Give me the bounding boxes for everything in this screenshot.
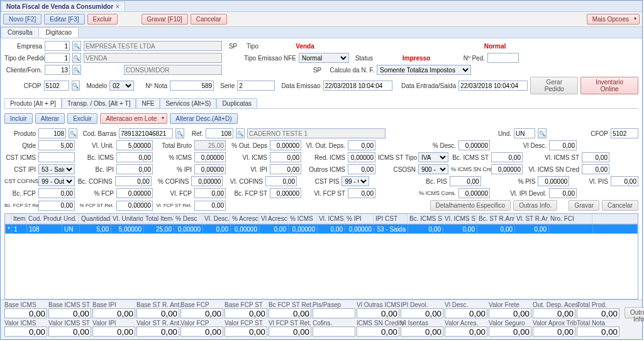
footer-value[interactable]	[313, 327, 355, 337]
tab-transp[interactable]: Transp. / Obs. [Alt + T]	[62, 98, 136, 108]
footer-value[interactable]	[533, 327, 575, 337]
item-cfop-input[interactable]	[611, 128, 638, 138]
bc-cofins-input[interactable]	[115, 176, 152, 186]
grid-header[interactable]: Vl. ST R.Ant.	[514, 214, 548, 223]
table-row[interactable]: *1108UN5,005,0000025,000,000000,000,0000…	[5, 224, 638, 234]
vl-icms-sn-cred-input[interactable]	[582, 164, 609, 174]
pct-ipi-input[interactable]	[194, 164, 226, 174]
und-search-icon[interactable]: 🔍	[538, 128, 547, 138]
calc-select[interactable]: Somente Totaliza Impostos	[377, 65, 471, 75]
footer-value[interactable]	[92, 308, 135, 318]
modelo-select[interactable]: 02	[109, 81, 134, 91]
tipo-emissao-select[interactable]: Normal	[299, 53, 349, 63]
pct-icms-cons-input[interactable]	[458, 188, 490, 198]
close-icon[interactable]: ×	[116, 3, 119, 10]
grid-header[interactable]: Quantidade	[79, 214, 111, 223]
no-nota-input[interactable]	[170, 81, 214, 91]
produto-search-icon[interactable]: 🔍	[69, 128, 77, 138]
ref-search-icon[interactable]: 🔍	[236, 128, 245, 138]
vl-pis-input[interactable]	[611, 176, 638, 186]
footer-value[interactable]	[225, 327, 267, 337]
footer-value[interactable]	[136, 327, 179, 337]
item-excluir-button[interactable]: Excluir	[67, 113, 97, 124]
vl-icms-input[interactable]	[270, 152, 301, 162]
bc-icms-input[interactable]	[116, 152, 153, 162]
pct-icms-sn-cred-input[interactable]	[491, 164, 523, 174]
grid-header[interactable]: Und.	[62, 214, 79, 223]
outras-info-button[interactable]: Outras Info.	[513, 200, 557, 211]
footer-value[interactable]	[445, 327, 487, 337]
data-es-input[interactable]	[458, 81, 528, 91]
grid-header[interactable]: % IPI	[345, 214, 374, 223]
grid-header[interactable]: Vl. Desc.	[203, 214, 230, 223]
tipo-pedido-search-icon[interactable]: 🔍	[72, 53, 81, 63]
cfop-input[interactable]	[44, 81, 69, 91]
footer-value[interactable]	[225, 308, 267, 318]
footer-value[interactable]	[269, 327, 311, 337]
vlunit-input[interactable]	[116, 140, 153, 150]
grid-header[interactable]: Bc. ICMS ST	[408, 214, 443, 223]
cfop-search-icon[interactable]: 🔍	[72, 81, 80, 91]
footer-value[interactable]	[136, 308, 179, 318]
items-grid[interactable]: ItemCod. ProdutoUnd.QuantidadeVl. Unitar…	[4, 213, 638, 299]
mais-opcoes-button[interactable]: Mais Opcoes	[587, 14, 640, 25]
item-alterar-button[interactable]: Alterar	[35, 113, 65, 124]
footer-value[interactable]	[401, 308, 443, 318]
vl-cofins-input[interactable]	[265, 176, 297, 186]
footer-value[interactable]	[489, 308, 531, 318]
footer-value[interactable]	[4, 327, 47, 337]
bc-fcp-st-input[interactable]	[270, 188, 301, 198]
grid-header[interactable]: Vl. ICMS ST	[443, 214, 477, 223]
cst-pis-select[interactable]: 99 - Out	[341, 176, 369, 186]
item-incluir-button[interactable]: Incluir	[4, 113, 33, 124]
data-emissao-input[interactable]	[323, 81, 392, 91]
outros-icms-input[interactable]	[348, 164, 375, 174]
tab-nfe[interactable]: NFE	[136, 98, 160, 108]
empresa-search-icon[interactable]: 🔍	[72, 41, 81, 51]
cst-cofins-select[interactable]: 99 - Outras	[38, 176, 75, 186]
inventario-online-button[interactable]: Inventario Online	[580, 77, 638, 94]
footer-value[interactable]	[357, 308, 399, 318]
grid-header[interactable]: Vl. Unitario	[111, 214, 143, 223]
cod-barras-input[interactable]	[119, 128, 173, 138]
bc-ipi-input[interactable]	[116, 164, 153, 174]
grid-header[interactable]: Item	[11, 214, 26, 223]
footer-value[interactable]	[180, 327, 223, 337]
empresa-id-input[interactable]	[45, 41, 70, 51]
footer-outras-info-button[interactable]: Outras Info.	[625, 307, 644, 318]
novo-button[interactable]: Novo [F2]	[3, 14, 42, 25]
tab-duplicatas[interactable]: Duplicatas	[216, 98, 257, 108]
item-gravar-button[interactable]: Gravar	[569, 200, 599, 211]
no-ped-input[interactable]	[487, 53, 519, 63]
ref-input[interactable]	[206, 128, 233, 138]
tab-produto[interactable]: Produto [Alt + P]	[4, 98, 62, 108]
cliente-id-input[interactable]	[45, 65, 70, 75]
pct-desc-input[interactable]	[458, 140, 490, 150]
bc-fcp-st-ret-input[interactable]	[38, 201, 75, 211]
window-tab[interactable]: Nota Fiscal de Venda a Consumidor ×	[1, 1, 125, 11]
det-especifico-button[interactable]: Detalhamento Especifico	[430, 200, 511, 211]
vl-icms-st-input[interactable]	[582, 152, 609, 162]
vl-fcp-st-ret-input[interactable]	[194, 201, 226, 211]
tipo-pedido-id-input[interactable]	[45, 53, 70, 63]
footer-value[interactable]	[445, 308, 487, 318]
cst-ipi-select[interactable]: 53 - Saida n	[38, 164, 75, 174]
serie-input[interactable]	[237, 81, 275, 91]
footer-value[interactable]	[92, 327, 135, 337]
footer-value[interactable]	[313, 308, 355, 318]
vl-out-deps-input[interactable]	[348, 140, 375, 150]
pct-fcp-st-ret-input[interactable]	[116, 201, 153, 211]
footer-value[interactable]	[401, 327, 443, 337]
footer-value[interactable]	[489, 327, 531, 337]
vl-ipi-devol-input[interactable]	[549, 188, 577, 198]
grid-header[interactable]: Bc. ST R.Ant.	[477, 214, 514, 223]
gerar-pedido-button[interactable]: Gerar Pedido	[530, 77, 578, 94]
footer-value[interactable]	[577, 308, 619, 318]
produto-id-input[interactable]	[38, 128, 66, 138]
grid-header[interactable]: % Desc	[174, 214, 203, 223]
grid-header[interactable]: Nro. FCI	[548, 214, 592, 223]
tab-consulta[interactable]: Consulta	[1, 27, 39, 38]
pct-pis-input[interactable]	[538, 176, 569, 186]
item-cancelar-button[interactable]: Cancelar	[602, 200, 638, 211]
vl-desc-input[interactable]	[549, 140, 577, 150]
